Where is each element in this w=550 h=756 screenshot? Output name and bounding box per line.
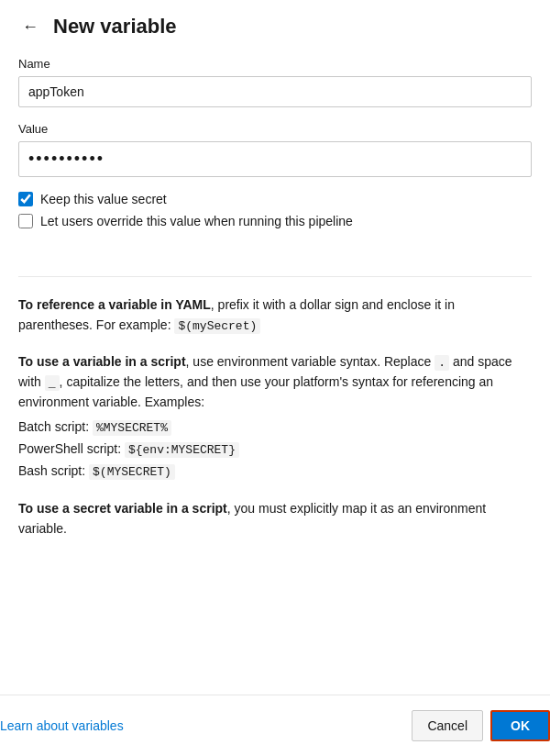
batch-code: %MYSECRET%: [93, 420, 171, 436]
cancel-button[interactable]: Cancel: [412, 710, 483, 741]
bash-script-line: Bash script: $(MYSECRET): [18, 461, 532, 483]
info-block-3: To use a secret variable in a script, yo…: [18, 499, 532, 539]
override-label: Let users override this value when runni…: [40, 214, 353, 228]
info-block-2: To use a variable in a script, use envir…: [18, 352, 532, 483]
learn-link[interactable]: Learn about variables: [0, 718, 124, 733]
powershell-label: PowerShell script:: [18, 441, 125, 456]
code-dot: .: [434, 355, 449, 371]
powershell-code: ${env:MYSECRET}: [125, 442, 239, 458]
batch-label: Batch script:: [18, 419, 93, 434]
script-examples: Batch script: %MYSECRET% PowerShell scri…: [18, 417, 532, 483]
value-field-group: Value: [18, 122, 532, 192]
batch-script-line: Batch script: %MYSECRET%: [18, 417, 532, 439]
info-text-1: To reference a variable in YAML, prefix …: [18, 295, 532, 336]
override-row: Let users override this value when runni…: [18, 214, 532, 228]
footer-buttons: Cancel OK: [412, 710, 550, 741]
powershell-script-line: PowerShell script: ${env:MYSECRET}: [18, 439, 532, 461]
divider: [18, 276, 532, 277]
ok-button[interactable]: OK: [490, 710, 550, 741]
footer: Learn about variables Cancel OK: [0, 695, 550, 756]
name-field-group: Name: [18, 57, 532, 122]
name-label: Name: [18, 57, 532, 71]
keep-secret-label: Keep this value secret: [40, 192, 167, 206]
back-button[interactable]: ←: [18, 16, 42, 39]
name-input[interactable]: [18, 76, 532, 107]
info-bold-1: To reference a variable in YAML: [18, 297, 211, 312]
info-text-3: To use a secret variable in a script, yo…: [18, 499, 532, 539]
code-underscore: _: [45, 375, 60, 391]
info-text-2: To use a variable in a script, use envir…: [18, 352, 532, 413]
checkboxes-section: Keep this value secret Let users overrid…: [18, 192, 532, 236]
value-label: Value: [18, 122, 532, 136]
value-input[interactable]: [18, 141, 532, 177]
info-section: To reference a variable in YAML, prefix …: [18, 295, 532, 680]
code-mySecret: $(mySecret): [174, 318, 260, 334]
override-checkbox[interactable]: [18, 214, 33, 228]
keep-secret-checkbox[interactable]: [18, 192, 33, 206]
info-block-1: To reference a variable in YAML, prefix …: [18, 295, 532, 336]
info-bold-2: To use a variable in a script: [18, 354, 186, 369]
page-title: New variable: [53, 15, 177, 39]
header: ← New variable: [18, 15, 532, 39]
info-bold-3: To use a secret variable in a script: [18, 501, 227, 516]
bash-label: Bash script:: [18, 463, 89, 478]
keep-secret-row: Keep this value secret: [18, 192, 532, 206]
bash-code: $(MYSECRET): [89, 464, 175, 480]
